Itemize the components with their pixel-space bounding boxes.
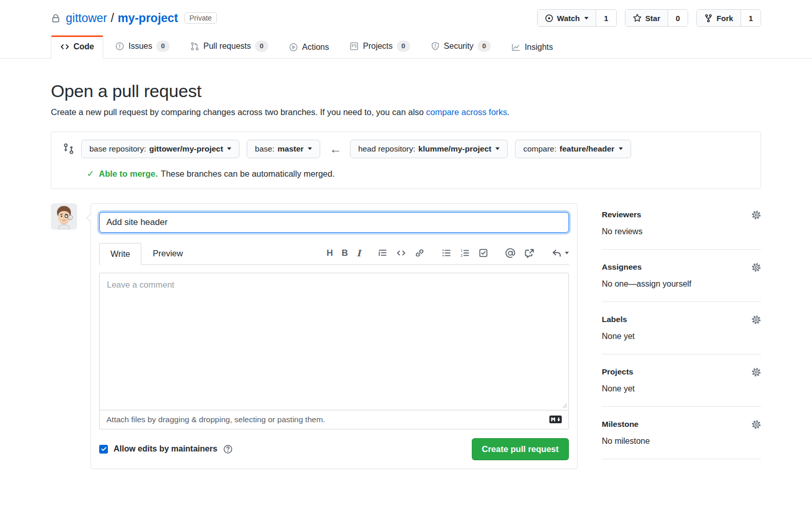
mention-icon[interactable] [505,248,515,258]
cross-reference-icon[interactable] [524,248,534,258]
graph-icon [511,43,521,52]
lock-icon [51,13,61,23]
caret-down-icon [227,147,231,150]
tab-insights[interactable]: Insights [503,36,562,59]
repo-header: gittower / my-project Private Watch 1 [0,0,812,34]
star-button[interactable]: Star [625,10,668,26]
gear-icon[interactable] [751,262,761,272]
comment-textarea[interactable] [99,273,569,410]
arrow-left-icon: ← [329,142,342,156]
create-pull-request-button[interactable]: Create pull request [472,438,569,460]
branch-compare-box: base repository: gittower/my-project bas… [51,131,761,189]
watch-label: Watch [557,14,580,23]
tab-label: Security [444,42,474,51]
bold-icon[interactable]: B [342,248,348,258]
projects-counter: 0 [397,41,410,52]
play-circle-icon [289,43,298,52]
link-icon[interactable] [415,248,425,258]
tab-write[interactable]: Write [99,243,141,265]
repo-title: gittower / my-project Private [51,11,217,25]
tab-projects[interactable]: Projects 0 [341,34,418,59]
ordered-list-icon[interactable]: 12 [460,248,470,258]
heading-icon[interactable]: H [326,248,333,258]
merge-status: ✓ Able to merge. These branches can be a… [60,168,752,179]
pr-title-input[interactable] [99,212,569,233]
caret-down-icon [495,147,500,150]
gear-icon[interactable] [751,315,761,325]
head-repository-select[interactable]: head repository: klumme/my-project [350,140,508,158]
tab-code[interactable]: Code [51,35,103,59]
attach-files-bar[interactable]: Attach files by dragging & dropping, sel… [99,410,569,429]
fork-icon [704,14,713,23]
allow-edits-checkbox[interactable] [99,445,108,454]
italic-icon[interactable]: I [357,248,361,258]
pr-form-card: Write Preview H B I [90,203,578,469]
fork-count[interactable]: 1 [741,10,761,26]
assignees-value: No one—assign yourself [602,279,761,289]
visibility-badge: Private [184,12,217,24]
repo-nav: Code Issues 0 Pull requests 0 A [0,34,812,59]
watch-count[interactable]: 1 [596,10,616,26]
unordered-list-icon[interactable] [441,248,451,258]
repo-name-link[interactable]: my-project [118,11,178,25]
gear-icon[interactable] [751,210,761,220]
head-repository-value: klumme/my-project [418,144,491,154]
tab-pull-requests[interactable]: Pull requests 0 [181,34,277,59]
base-repository-select[interactable]: base repository: gittower/my-project [81,140,239,158]
quote-icon[interactable] [378,248,387,258]
tab-actions[interactable]: Actions [280,36,338,59]
attach-hint: Attach files by dragging & dropping, sel… [106,415,325,424]
pull-request-icon [190,42,199,51]
tab-label: Code [73,42,94,51]
eye-icon [545,14,553,23]
base-repository-value: gittower/my-project [149,144,223,154]
caret-down-icon [308,147,312,150]
page-title: Open a pull request [51,81,761,101]
repo-owner-link[interactable]: gittower [66,11,107,25]
gear-icon[interactable] [751,367,761,377]
base-branch-value: master [278,144,304,154]
tab-label: Projects [363,42,393,51]
page-description: Create a new pull request by comparing c… [51,107,761,117]
code-icon[interactable] [396,248,406,258]
git-compare-icon [63,143,75,155]
fork-label: Fork [716,14,733,23]
repo-actions: Watch 1 Star 0 [537,9,761,27]
shield-icon [431,42,440,51]
sidebar-section-assignees: Assignees No one—assign yourself [602,250,761,302]
gear-icon[interactable] [751,420,761,429]
labels-value: None yet [602,332,761,341]
sidebar-section-labels: Labels None yet [602,302,761,354]
security-counter: 0 [477,41,491,52]
tab-security[interactable]: Security 0 [422,34,500,59]
reply-icon[interactable] [551,248,569,258]
comment-editor [99,273,569,410]
projects-title: Projects [602,367,633,377]
avatar[interactable] [51,203,77,230]
base-branch-select[interactable]: base: master [247,140,320,158]
sidebar-section-reviewers: Reviewers No reviews [602,203,761,250]
task-list-icon[interactable] [478,248,488,258]
fork-button[interactable]: Fork [697,10,741,26]
compare-across-forks-link[interactable]: compare across forks [426,107,507,117]
watch-button[interactable]: Watch [538,10,596,26]
tab-issues[interactable]: Issues 0 [106,34,178,59]
star-label: Star [645,14,660,23]
compare-branch-label: compare: [523,144,557,154]
issues-counter: 0 [156,41,170,52]
check-icon: ✓ [87,168,94,179]
compare-branch-select[interactable]: compare: feature/header [515,140,631,158]
tab-preview[interactable]: Preview [141,242,194,265]
svg-text:2: 2 [460,254,463,258]
discussion-sidebar: Reviewers No reviews Assignees No o [602,203,761,459]
code-icon [60,42,69,51]
sidebar-section-milestone: Milestone No milestone [602,407,761,459]
assignees-title: Assignees [602,262,642,272]
projects-value: None yet [602,384,761,393]
allow-edits-label[interactable]: Allow edits by maintainers [114,444,217,454]
pull-request-page: gittower / my-project Private Watch 1 [0,0,812,469]
sidebar-section-projects: Projects None yet [602,354,761,407]
star-count[interactable]: 0 [668,10,688,26]
labels-title: Labels [602,315,627,324]
help-icon[interactable] [223,444,233,454]
